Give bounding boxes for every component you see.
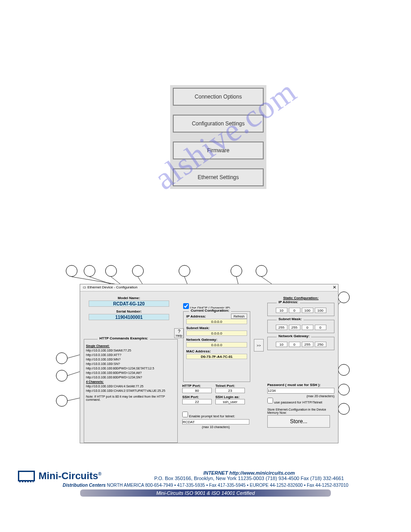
distribution-text: NORTH AMERICA 800-654-7949 • 417-335-593… [106, 483, 348, 488]
http-example-5: http://10.0.100.100:800/PWD=1234;SETATT:… [86, 367, 176, 370]
help-label: Help [176, 334, 182, 337]
http-example-6: http://10.0.100.100:800/PWD=1234;Att? [86, 371, 176, 374]
http-example-1: http://10.0.100.100/:SetAtt:77.25 [86, 349, 176, 352]
current-config-group: Use DHCP ( Dynamic IP) Current Configura… [183, 311, 250, 392]
http-example-9: http://10.0.100.100/:CHAN:2:STARTUPATT:V… [86, 389, 176, 392]
use-password-checkbox[interactable] [267, 398, 273, 403]
network-gateway-label: Network Gateway: [186, 338, 247, 342]
ssh-port-label: SSH Port: [182, 395, 212, 399]
footer-address: P.O. Box 350166, Brooklyn, New York 1123… [105, 476, 393, 481]
model-name-value: RCDAT-6G-120 [89, 300, 169, 307]
use-password-text: use password for HTTP/Telnet [274, 400, 322, 404]
help-button[interactable]: ?Help [174, 328, 184, 338]
model-name-label: Model Name: [86, 296, 171, 300]
static-gateway-title: Network Gateway: [277, 334, 311, 338]
brand-name: Mini-Circuits® [39, 470, 102, 482]
static-ip-octet-4[interactable]: 100 [315, 308, 326, 313]
http-example-3: http://10.0.100.100/:MN? [86, 358, 176, 361]
static-gw-octet-2[interactable]: 0 [289, 342, 300, 347]
copy-to-static-button[interactable]: >> [254, 339, 264, 352]
static-ip-octet-1[interactable]: 10 [276, 308, 287, 313]
model-section: Model Name: RCDAT-6G-120 Serial Number: … [86, 296, 171, 323]
internet-label: INTERNET http://www.minicircuits.com [203, 470, 295, 476]
static-gw-octet-1[interactable]: 10 [276, 342, 287, 347]
prompt-text-input[interactable] [182, 419, 249, 425]
refresh-button[interactable]: Refresh [231, 313, 247, 319]
static-gw-octet-3[interactable]: 255 [302, 342, 313, 347]
distribution-label: Distribution Centers [63, 483, 106, 488]
ethernet-config-dialog: ▭ Ethernet Device - Configuration ✕ Mode… [80, 284, 338, 443]
callout-circle-1 [66, 265, 77, 277]
http-commands-group: HTTP Commands Examples: Single Channel: … [84, 339, 178, 443]
http-example-2: http://10.0.100.100/:ATT? [86, 353, 176, 356]
static-ip-octet-2[interactable]: 0 [289, 308, 300, 313]
subnet-mask-label: Subnet Mask: [186, 326, 247, 330]
callout-circle-6 [231, 265, 242, 277]
callout-lines [0, 0, 411, 532]
http-port-label: HTTP Port: [182, 384, 212, 388]
callout-circle-12 [338, 364, 350, 376]
telnet-port-input[interactable]: 23 [215, 388, 245, 393]
current-config-title: Current Configuration: [189, 309, 231, 313]
dialog-titlebar: ▭ Ethernet Device - Configuration ✕ [80, 284, 338, 292]
static-config-title: Static Configuration: [267, 296, 334, 300]
use-password-label[interactable]: use password for HTTP/Telnet [267, 400, 322, 404]
password-input[interactable] [267, 388, 334, 394]
callout-circle-10 [56, 370, 68, 382]
static-subnet-group: Subnet Mask: 255 255 0 0 [267, 320, 334, 333]
serial-number-label: Serial Number: [86, 309, 171, 313]
firmware-button[interactable]: Firmware [173, 142, 264, 159]
static-subnet-octet-2[interactable]: 255 [289, 325, 300, 330]
dialog-title: Ethernet Device - Configuration [87, 285, 137, 289]
mac-address-label: MAC Address: [186, 349, 247, 353]
http-note: Note: If HTTP port is 80 it may be omitt… [86, 395, 176, 401]
static-ip-title: IP Address: [277, 300, 300, 304]
static-subnet-title: Subnet Mask: [277, 317, 304, 321]
configuration-settings-button[interactable]: Configuration Settings [173, 115, 264, 133]
store-button[interactable]: Store... [267, 415, 330, 428]
callout-circle-13 [338, 384, 350, 395]
http-port-input[interactable]: 80 [182, 388, 212, 393]
ethernet-settings-button[interactable]: Ethernet Settings [173, 168, 264, 186]
callout-circle-2 [84, 265, 95, 277]
password-section: Password ( must use for SSH ): (max 20 c… [267, 383, 334, 428]
ip-address-value: 0.0.0.0 [186, 319, 247, 324]
static-subnet-octet-1[interactable]: 255 [276, 325, 287, 330]
telnet-prompt-section: Enable prompt text for telnet: (max 10 c… [182, 412, 249, 429]
use-dhcp-checkbox[interactable] [183, 303, 189, 309]
enable-prompt-text: Enable prompt text for telnet: [189, 414, 235, 418]
close-icon[interactable]: ✕ [333, 285, 336, 290]
connection-options-button[interactable]: Connection Options [173, 88, 264, 106]
dialog-icon: ▭ [83, 285, 87, 289]
network-gateway-value: 0.0.0.0 [186, 342, 247, 348]
mac-address-value: D0-73-7F-A4-7C-01 [186, 354, 247, 359]
enable-prompt-label[interactable]: Enable prompt text for telnet: [182, 414, 235, 418]
static-gw-octet-4[interactable]: 250 [315, 342, 326, 347]
ssh-port-input[interactable]: 22 [182, 399, 212, 404]
prompt-hint: (max 10 characters) [182, 425, 249, 429]
static-subnet-octet-3[interactable]: 0 [302, 325, 313, 330]
http-example-8: http://10.0.100.100/:CHAN:4:SetAtt:77.25 [86, 385, 176, 388]
password-label: Password ( must use for SSH ): [267, 383, 334, 387]
callout-circle-8 [338, 292, 350, 303]
ports-section: HTTP Port:80 Telnet Port:23 SSH Port:22 … [182, 384, 249, 404]
callout-circle-11 [56, 395, 68, 407]
page-footer: Mini-Circuits® INTERNET http://www.minic… [18, 470, 393, 497]
callout-circle-5 [179, 265, 190, 277]
http-example-7: http://10.0.100.100:800/PWD=1234;SN? [86, 376, 176, 379]
callout-circle-7 [256, 265, 267, 277]
static-subnet-octet-4[interactable]: 0 [315, 325, 326, 330]
ssh-login-input[interactable]: ssh_user [215, 399, 245, 404]
password-hint: (max 20 characters) [267, 395, 334, 398]
callout-circle-9 [56, 352, 68, 364]
single-channel-heading: Single Channel: [86, 344, 176, 348]
static-config-group: Static Configuration: IP Address: 10 0 1… [267, 296, 334, 354]
callout-circle-3 [105, 265, 117, 277]
four-channels-heading: 4 Channels: [86, 380, 176, 383]
settings-button-panel: Connection Options Configuration Setting… [170, 85, 266, 189]
static-ip-octet-3[interactable]: 100 [302, 308, 313, 313]
enable-prompt-checkbox[interactable] [182, 412, 188, 417]
logo-icon [18, 471, 35, 481]
serial-number-value: 11904100001 [89, 314, 169, 320]
iso-certification-band: Mini-Circuits ISO 9001 & ISO 14001 Certi… [80, 489, 331, 497]
